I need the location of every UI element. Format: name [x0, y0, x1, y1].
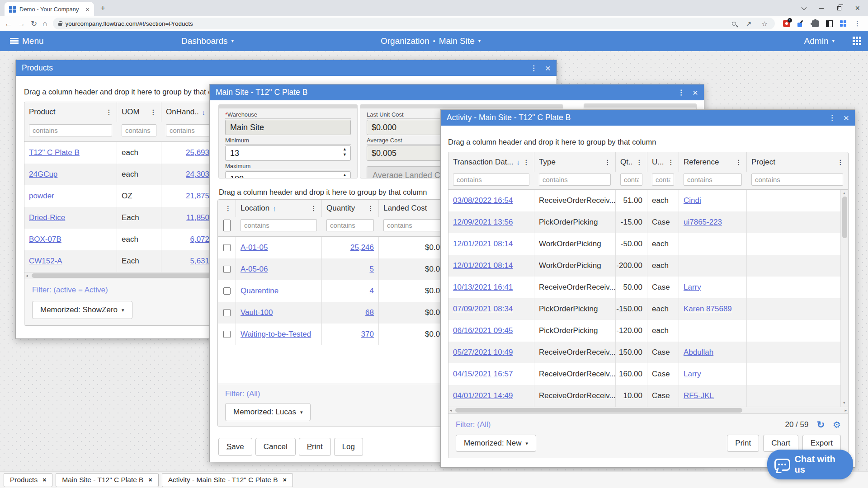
horizontal-scrollbar[interactable]: ◂ ▸ — [448, 407, 848, 413]
scrollbar-thumb[interactable] — [32, 273, 212, 278]
admin-dropdown[interactable]: Admin ▾ — [804, 31, 835, 51]
location-link[interactable]: Quarentine — [241, 286, 278, 296]
print-button[interactable]: Print — [727, 435, 759, 452]
reference-link[interactable]: Karen 875689 — [684, 305, 732, 314]
filter-link[interactable]: Filter: (All) — [456, 420, 491, 429]
row-checkbox[interactable] — [223, 331, 231, 338]
product-link[interactable]: 24GCup — [29, 170, 57, 179]
window-menu-icon[interactable]: ⋮ — [530, 64, 538, 72]
product-link[interactable]: T12" C Plate B — [29, 148, 80, 157]
landed-cost-filter-input[interactable] — [383, 219, 448, 231]
grid-extension-icon[interactable] — [840, 20, 847, 27]
column-header-transaction-date[interactable]: Transaction Dat... ↓ ⋮ — [448, 152, 534, 172]
products-titlebar[interactable]: Products ⋮ × — [16, 60, 557, 76]
scroll-up-icon[interactable]: ▴ — [843, 191, 845, 195]
onhand-link[interactable]: 25,693 — [186, 148, 209, 157]
maximum-field[interactable] — [225, 171, 351, 178]
quantity-link[interactable]: 5 — [370, 265, 374, 274]
restore-icon[interactable] — [837, 6, 841, 10]
reference-link[interactable]: Larry — [684, 370, 701, 379]
dashboards-dropdown[interactable]: Dashboards ▾ — [181, 31, 234, 51]
column-menu-icon[interactable]: ⋮ — [835, 159, 844, 166]
zoom-icon[interactable] — [732, 22, 736, 26]
date-filter-input[interactable] — [453, 174, 529, 186]
refresh-icon[interactable]: ↻ — [816, 420, 825, 429]
transaction-date-link[interactable]: 04/01/2021 14:49 — [453, 391, 513, 400]
onhand-link[interactable]: 5,631 — [190, 257, 209, 266]
onhand-link[interactable]: 6,072 — [190, 235, 209, 244]
transaction-date-link[interactable]: 10/13/2021 16:41 — [453, 283, 513, 292]
url-text[interactable]: yourcompany.flowtrac.com/#!/section=Prod… — [66, 20, 728, 27]
column-menu-icon[interactable]: ⋮ — [520, 159, 529, 166]
window-menu-icon[interactable]: ⋮ — [678, 88, 685, 97]
column-header-project[interactable]: Project ⋮ — [747, 152, 848, 172]
browser-tab[interactable]: Demo - Your Company × — [5, 2, 94, 16]
transaction-date-link[interactable]: 03/08/2022 16:54 — [453, 196, 513, 205]
extensions-puzzle-icon[interactable] — [812, 20, 819, 27]
minimize-icon[interactable] — [819, 8, 824, 9]
scroll-right-icon[interactable]: ▸ — [844, 408, 847, 413]
select-column-header[interactable]: ⋮ — [218, 200, 236, 217]
organization-site-selector[interactable]: Organization • Main Site ▾ — [381, 31, 481, 51]
chat-with-us-button[interactable]: Chat with us — [767, 450, 853, 479]
cancel-button[interactable]: Cancel — [255, 438, 296, 456]
browser-menu-icon[interactable]: ⋮ — [854, 19, 861, 28]
share-icon[interactable]: ↗ — [746, 20, 752, 27]
reference-link[interactable]: RF5-JKL — [684, 391, 714, 400]
transaction-date-link[interactable]: 12/01/2021 08:14 — [453, 261, 513, 270]
scroll-left-icon[interactable]: ◂ — [26, 273, 28, 278]
extension-red-icon[interactable]: 1 — [783, 20, 790, 27]
number-spinner[interactable]: ▲ ▼ — [343, 147, 347, 157]
window-close-icon[interactable]: × — [844, 113, 849, 122]
transaction-date-link[interactable]: 05/27/2021 10:49 — [453, 348, 513, 357]
product-link[interactable]: Dried-Rice — [29, 213, 65, 222]
column-menu-icon[interactable]: ⋮ — [222, 205, 231, 212]
close-icon[interactable]: × — [855, 4, 860, 12]
memorized-dropdown-button[interactable]: Memorized: Lucas ▾ — [225, 403, 311, 421]
transaction-date-link[interactable]: 06/16/2021 09:45 — [453, 326, 513, 335]
column-header-uom[interactable]: U... ⋮ — [647, 152, 679, 172]
column-menu-icon[interactable]: ⋮ — [665, 159, 674, 166]
transaction-date-link[interactable]: 07/09/2021 08:34 — [453, 305, 513, 314]
chevron-down-icon[interactable] — [802, 5, 807, 10]
quantity-link[interactable]: 68 — [365, 308, 374, 317]
tab-close-icon[interactable]: × — [85, 6, 90, 13]
column-header-type[interactable]: Type ⋮ — [534, 152, 616, 172]
window-menu-icon[interactable]: ⋮ — [829, 113, 836, 122]
column-header-location[interactable]: Location ↑ ⋮ — [236, 200, 322, 217]
transaction-date-link[interactable]: 12/01/2021 08:14 — [453, 239, 513, 249]
reference-link[interactable]: Larry — [684, 283, 701, 292]
row-checkbox[interactable] — [223, 287, 231, 295]
home-icon[interactable]: ⌂ — [42, 20, 47, 28]
scrollbar-thumb[interactable] — [455, 408, 742, 413]
reference-link[interactable]: Cindi — [684, 196, 701, 205]
forward-icon[interactable]: → — [18, 20, 25, 28]
product-filter-input[interactable] — [29, 124, 112, 136]
filter-link[interactable]: Filter: (active = Active) — [32, 286, 108, 294]
apps-waffle-button[interactable] — [853, 31, 862, 51]
column-menu-icon[interactable]: ⋮ — [633, 159, 642, 166]
new-tab-button[interactable]: + — [100, 4, 105, 12]
column-menu-icon[interactable]: ⋮ — [103, 108, 112, 116]
project-filter-input[interactable] — [751, 174, 843, 186]
reference-filter-input[interactable] — [684, 174, 742, 186]
reload-icon[interactable]: ↻ — [31, 20, 37, 28]
column-menu-icon[interactable]: ⋮ — [147, 108, 156, 116]
column-header-qty[interactable]: Qt... ⋮ — [616, 152, 647, 172]
eyedropper-icon[interactable] — [797, 20, 805, 27]
column-header-uom[interactable]: UOM ⋮ — [117, 102, 161, 122]
location-link[interactable]: A-05-06 — [241, 265, 268, 274]
row-checkbox[interactable] — [223, 309, 231, 316]
type-filter-input[interactable] — [539, 174, 611, 186]
transaction-date-link[interactable]: 04/15/2021 16:57 — [453, 370, 513, 379]
column-menu-icon[interactable]: ⋮ — [365, 205, 374, 212]
print-button[interactable]: Print — [299, 438, 331, 456]
quantity-link[interactable]: 25,246 — [350, 243, 374, 252]
column-menu-icon[interactable]: ⋮ — [308, 205, 317, 212]
taskbar-tab-activity[interactable]: Activity - Main Site - T12" C Plate B × — [162, 473, 293, 487]
dark-mode-extension-icon[interactable] — [826, 20, 833, 27]
uom-filter-input[interactable] — [122, 124, 156, 136]
quantity-link[interactable]: 4 — [370, 286, 374, 296]
reference-link[interactable]: ui7865-223 — [684, 218, 722, 227]
row-checkbox[interactable] — [223, 266, 231, 273]
